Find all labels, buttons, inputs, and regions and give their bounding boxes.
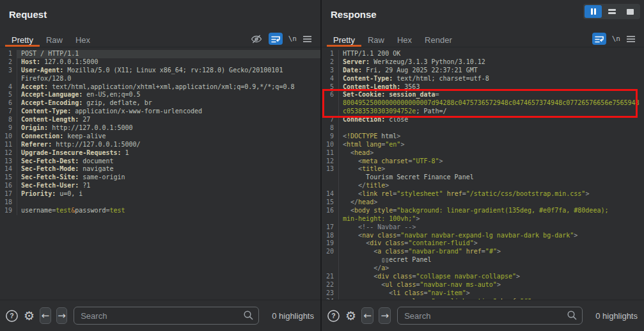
- tab-pretty[interactable]: Pretty: [327, 31, 361, 47]
- line-number: 15: [0, 174, 17, 182]
- menu-icon[interactable]: [302, 35, 312, 43]
- code-line: 23 <li class="nav-item">: [322, 289, 644, 298]
- tab-pretty[interactable]: Pretty: [5, 31, 40, 47]
- request-editor[interactable]: 1POST / HTTP/1.12Host: 127.0.0.1:50003Us…: [0, 47, 320, 300]
- request-tabbar: PrettyRawHex \n: [0, 31, 320, 47]
- search-icon: [567, 310, 577, 323]
- tab-hex[interactable]: Hex: [69, 31, 97, 47]
- word-wrap-icon[interactable]: [592, 33, 606, 45]
- line-number: [322, 174, 338, 182]
- line-number: 9: [0, 124, 17, 133]
- line-number: 7: [322, 116, 338, 124]
- gear-icon[interactable]: ⚙: [24, 310, 35, 322]
- code-line: 16 <body style="background: linear-gradi…: [322, 207, 644, 215]
- code-line: 18 <nav class="navbar navbar-expand-lg n…: [322, 232, 644, 240]
- search-input[interactable]: [74, 307, 259, 325]
- word-wrap-icon[interactable]: [269, 33, 283, 45]
- code-line: 19 <div class="container-fluid">: [322, 239, 644, 248]
- tab-raw[interactable]: Raw: [361, 31, 391, 47]
- code-line: 19username=test&password=test: [0, 207, 320, 215]
- line-number: 13: [0, 157, 17, 166]
- request-header: Request: [0, 0, 320, 31]
- line-number: 22: [322, 281, 338, 289]
- code-line: 5Content-Length: 3563: [322, 83, 644, 92]
- code-line: 9Origin: http://127.0.0.1:5000: [0, 124, 320, 133]
- response-editor[interactable]: 1HTTP/1.1 200 OK2Server: Werkzeug/3.1.3 …: [322, 47, 644, 300]
- menu-icon[interactable]: [626, 35, 636, 43]
- layout-single-button[interactable]: [622, 5, 639, 18]
- line-number: 4: [322, 75, 338, 83]
- code-line: 13Sec-Fetch-Dest: document: [0, 157, 320, 166]
- tab-hex[interactable]: Hex: [391, 31, 418, 47]
- line-number: 17: [0, 190, 17, 198]
- code-line: 21 <div class="collapse navbar-collapse"…: [322, 273, 644, 281]
- code-line: 17 <!-- Navbar -->: [322, 223, 644, 232]
- line-number: 18: [322, 232, 338, 240]
- eye-off-icon[interactable]: [250, 33, 263, 45]
- line-number: [322, 99, 338, 108]
- gear-icon[interactable]: ⚙: [345, 310, 356, 322]
- search-prev-button[interactable]: ←: [361, 307, 373, 324]
- line-number: 4: [0, 83, 17, 92]
- help-icon[interactable]: ?: [327, 309, 340, 323]
- code-line: 1POST / HTTP/1.1: [0, 50, 320, 58]
- line-number: 10: [322, 141, 338, 149]
- newline-icon[interactable]: \n: [288, 35, 297, 43]
- code-line: 14Sec-Fetch-Mode: navigate: [0, 165, 320, 174]
- rows-icon: [608, 9, 616, 14]
- request-search-bar: ? ⚙ ← → 0 highlights: [0, 300, 320, 331]
- response-tabbar: PrettyRawHexRender \n: [322, 31, 644, 47]
- code-line: 9<!DOCTYPE html>: [322, 133, 644, 141]
- code-line: 20 <a class="navbar-brand" href="#">: [322, 248, 644, 256]
- response-panel: Response PrettyRawHexRender \n 1H: [322, 0, 644, 331]
- search-prev-button[interactable]: ←: [40, 307, 51, 324]
- line-number: 15: [322, 198, 338, 207]
- code-line: </a>: [322, 264, 644, 273]
- line-number: 12: [0, 149, 17, 157]
- line-number: 11: [322, 149, 338, 157]
- line-number: 20: [322, 248, 338, 256]
- line-number: 5: [0, 91, 17, 99]
- svg-text:?: ?: [331, 312, 335, 319]
- code-line: 2Host: 127.0.0.1:5000: [0, 58, 320, 67]
- response-search-bar: ? ⚙ ← → 0 highlights: [322, 300, 644, 331]
- code-line: 13 <title>: [322, 165, 644, 174]
- response-tabs: PrettyRawHexRender: [322, 31, 459, 47]
- line-number: 1: [0, 50, 17, 58]
- line-number: 14: [0, 165, 17, 174]
- line-number: 16: [0, 182, 17, 190]
- layout-columns-button[interactable]: [585, 5, 602, 18]
- line-number: 3: [0, 67, 17, 75]
- search-input[interactable]: [397, 307, 583, 325]
- code-line: 10Connection: keep-alive: [0, 133, 320, 141]
- line-number: 13: [322, 165, 338, 174]
- line-number: [322, 215, 338, 223]
- request-tabs: PrettyRawHex: [0, 31, 97, 47]
- code-line: 22 <ul class="navbar-nav ms-auto">: [322, 281, 644, 289]
- line-number: 3: [322, 67, 338, 75]
- request-tab-icons: \n: [250, 31, 320, 47]
- line-number: [0, 75, 17, 83]
- code-line: 15Sec-Fetch-Site: same-origin: [0, 174, 320, 182]
- single-pane-icon: [627, 9, 634, 15]
- code-line: 1HTTP/1.1 200 OK: [322, 50, 644, 58]
- line-number: 1: [322, 50, 338, 58]
- line-number: 8: [0, 116, 17, 124]
- search-next-button[interactable]: →: [379, 307, 391, 324]
- line-number: 7: [0, 108, 17, 116]
- layout-rows-button[interactable]: [603, 5, 620, 18]
- search-next-button[interactable]: →: [56, 307, 68, 324]
- line-number: [322, 108, 338, 116]
- help-icon[interactable]: ?: [5, 309, 19, 323]
- code-line: min-height: 100vh;">: [322, 215, 644, 223]
- code-line: 80049525000000000000007d94288c0475736572…: [322, 99, 644, 108]
- code-line: 18: [0, 198, 320, 207]
- line-number: [322, 264, 338, 273]
- line-number: 16: [322, 207, 338, 215]
- line-number: 2: [322, 58, 338, 67]
- code-line: 2Server: Werkzeug/3.1.3 Python/3.10.12: [322, 58, 644, 67]
- line-number: 24: [322, 298, 338, 300]
- tab-raw[interactable]: Raw: [40, 31, 69, 47]
- tab-render[interactable]: Render: [418, 31, 459, 47]
- newline-icon[interactable]: \n: [612, 35, 620, 43]
